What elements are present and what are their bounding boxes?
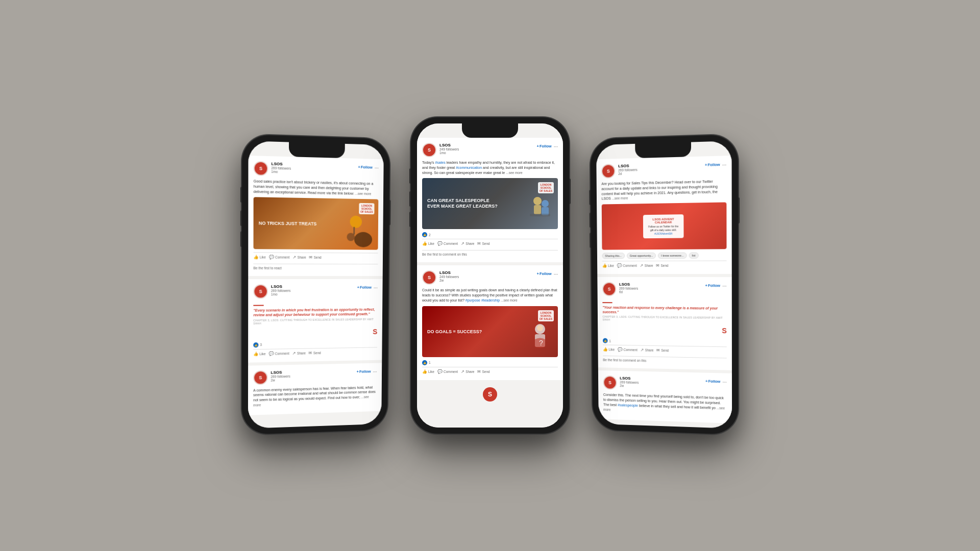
more-button-left2[interactable]: ··· xyxy=(374,284,378,291)
post-followers-center1: 249 followers xyxy=(439,147,537,151)
avatar-lsos-right1: S xyxy=(601,164,615,179)
suggestion-chip-1[interactable]: Sharing this... xyxy=(602,253,625,259)
left-post-2: S LSOS 269 followers 1mo + Follow ··· xyxy=(248,279,383,362)
comment-action-center2[interactable]: 💬 Comment xyxy=(437,369,458,374)
like-action-right2[interactable]: 👍 Like xyxy=(603,347,615,352)
svg-point-6 xyxy=(542,200,549,207)
suggestion-chip-3[interactable]: I know someone... xyxy=(658,253,687,259)
phone-center-feed[interactable]: S LSOS 249 followers 1mo + Follow ··· To… xyxy=(417,123,563,428)
follow-button-left3[interactable]: + Follow xyxy=(357,368,371,373)
leadership-illustration xyxy=(520,193,555,227)
suggestion-chip-2[interactable]: Great opportunity... xyxy=(627,253,656,259)
svg-point-1 xyxy=(354,232,372,247)
share-action-center2[interactable]: ↗ Share xyxy=(461,369,474,374)
comment-action-left2[interactable]: 💬 Comment xyxy=(268,351,289,356)
post-meta-center2: LSOS 249 followers 2w xyxy=(439,270,537,282)
thumbsup-circle-center2: 👍 xyxy=(422,360,427,365)
reaction-bar-right1: 👍 Like 💬 Comment ↗ Share ✉ xyxy=(602,261,727,270)
share-action-left1[interactable]: ↗ Share xyxy=(292,255,306,260)
like-action-center1[interactable]: 👍 Like xyxy=(422,241,434,246)
post-meta-left2: LSOS 269 followers 1mo xyxy=(271,284,357,296)
follow-label-right1: Follow xyxy=(707,162,720,167)
more-button-right2[interactable]: ··· xyxy=(722,282,727,289)
follow-button-right1[interactable]: + Follow xyxy=(705,161,720,167)
comment-action-center1[interactable]: 💬 Comment xyxy=(437,241,458,246)
phone-right-feed[interactable]: S LSOS 269 followers 2d + Follow ··· Are… xyxy=(596,141,732,429)
like-action-right1[interactable]: 👍 Like xyxy=(602,263,614,268)
send-action-left2[interactable]: ✉ Send xyxy=(309,350,321,355)
see-more-center2[interactable]: ...see more xyxy=(501,298,518,302)
phone-left-feed[interactable]: S LSOS 269 followers 1mo + Follow ··· xyxy=(248,141,384,429)
send-action-center2[interactable]: ✉ Send xyxy=(477,369,489,374)
svg-point-0 xyxy=(350,216,362,228)
avatar-lsos-center1: S xyxy=(422,143,436,157)
svg-rect-8 xyxy=(530,214,550,216)
more-button-left3[interactable]: ··· xyxy=(373,368,377,374)
follow-button-right2[interactable]: + Follow xyxy=(705,282,721,288)
comment-action-left1[interactable]: 💬 Comment xyxy=(269,255,290,260)
post-image-goals: DO GOALS = SUCCESS? LONDONSCHOOLOF SALES… xyxy=(422,306,558,357)
phone-left-screen: S LSOS 269 followers 1mo + Follow ··· xyxy=(248,141,384,429)
share-label-left1: Share xyxy=(297,256,306,259)
follow-button-center1[interactable]: + Follow xyxy=(537,143,552,148)
post-meta-left3: LSOS 269 followers 2w xyxy=(271,368,356,382)
send-action-right2[interactable]: ✉ Send xyxy=(656,348,669,353)
post-image-halloween: NO TRICKS JUST TREATS LONDONSCHOOLOF SAL… xyxy=(254,197,379,250)
like-action-left2[interactable]: 👍 Like xyxy=(253,352,265,356)
see-more-right3[interactable]: ...see more xyxy=(603,406,725,411)
thumbsup-circle-right2: 👍 xyxy=(603,338,608,343)
post-time-left2: 1mo xyxy=(271,292,357,296)
left-post-3: S LSOS 269 followers 2w + Follow ··· A c… xyxy=(248,363,382,415)
phone-center: S LSOS 249 followers 1mo + Follow ··· To… xyxy=(411,117,569,434)
comment-action-right2[interactable]: 💬 Comment xyxy=(618,347,638,353)
phone-right: S LSOS 269 followers 2d + Follow ··· Are… xyxy=(590,134,738,435)
xmas-calendar-box: LSOS ADVENT CALENDAR Follow us on Twitte… xyxy=(643,214,684,238)
send-icon-left1: ✉ xyxy=(309,255,313,260)
react-number-center1: 2 xyxy=(429,233,431,237)
phone-right-notch xyxy=(635,142,691,159)
more-button-left1[interactable]: ··· xyxy=(375,164,379,171)
goals-title: DO GOALS = SUCCESS? xyxy=(427,329,482,334)
comment-action-right1[interactable]: 💬 Comment xyxy=(617,263,637,268)
suggestion-bar-right1: Sharing this... Great opportunity... I k… xyxy=(602,253,727,259)
react-number-center2: 1 xyxy=(429,361,431,364)
like-action-center2[interactable]: 👍 Like xyxy=(422,369,434,374)
phone-center-screen: S LSOS 249 followers 1mo + Follow ··· To… xyxy=(417,123,563,428)
halloween-illustration xyxy=(336,212,376,250)
lsos-logo-leadership: LONDONSCHOOLOF SALES xyxy=(538,182,554,193)
see-more-right1[interactable]: ...see more xyxy=(612,196,628,201)
post-meta-right3: LSOS 269 followers 2w xyxy=(620,376,705,390)
see-more-left3[interactable]: ...see more xyxy=(253,395,369,407)
share-action-center1[interactable]: ↗ Share xyxy=(461,241,474,246)
see-more-left1[interactable]: ...see more xyxy=(355,191,372,195)
share-action-left2[interactable]: ↗ Share xyxy=(292,350,306,355)
share-action-right2[interactable]: ↗ Share xyxy=(641,348,654,353)
send-action-left1[interactable]: ✉ Send xyxy=(309,255,322,260)
reaction-bar-center2: 👍 Like 💬 Comment ↗ Share ✉ xyxy=(422,367,558,376)
quote-text-right2: "Your reaction and response to every cha… xyxy=(602,305,726,315)
follow-button-left2[interactable]: + Follow xyxy=(357,284,372,290)
right-post-1: S LSOS 269 followers 2d + Follow ··· Are… xyxy=(596,156,731,274)
phone-left-notch xyxy=(289,142,345,159)
share-action-right1[interactable]: ↗ Share xyxy=(640,263,653,268)
follow-button-left1[interactable]: + Follow xyxy=(358,164,372,170)
follow-button-right3[interactable]: + Follow xyxy=(705,378,720,384)
avatar-lsos-center2: S xyxy=(422,270,436,285)
send-action-center1[interactable]: ✉ Send xyxy=(477,241,489,246)
react-number-right2: 1 xyxy=(609,339,611,343)
like-action-left1[interactable]: 👍 Like xyxy=(253,255,265,260)
send-action-right1[interactable]: ✉ Send xyxy=(656,263,669,268)
follow-button-center2[interactable]: + Follow xyxy=(537,270,552,276)
more-button-center1[interactable]: ··· xyxy=(554,143,558,149)
lsos-bottom-logo: S xyxy=(483,387,497,402)
more-button-right3[interactable]: ··· xyxy=(722,379,726,385)
quote-line-left2 xyxy=(253,305,263,306)
follow-label-center1: Follow xyxy=(540,144,552,148)
more-button-center2[interactable]: ··· xyxy=(554,270,558,277)
react-count-center2: 👍 1 xyxy=(422,360,558,365)
suggestion-chip-4[interactable]: list xyxy=(689,253,699,259)
right-post-2: S LSOS 269 followers 6d + Follow ··· xyxy=(597,277,732,370)
see-more-center1[interactable]: ...see more xyxy=(506,171,523,174)
svg-rect-5 xyxy=(534,205,541,214)
more-button-right1[interactable]: ··· xyxy=(722,161,727,168)
